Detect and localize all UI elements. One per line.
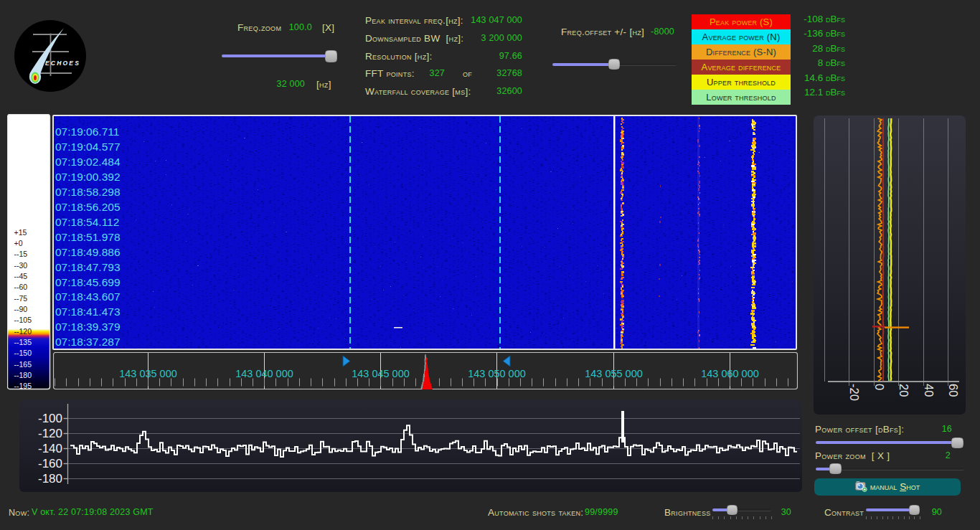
svg-text:07:18:56.205: 07:18:56.205 (55, 201, 121, 213)
svg-text:--165: --165 (14, 360, 32, 369)
svg-text:--120: --120 (14, 327, 32, 336)
svg-text:07:18:54.112: 07:18:54.112 (55, 216, 119, 228)
svg-text:143 060 000: 143 060 000 (701, 368, 759, 379)
svg-text:--180: --180 (14, 371, 32, 379)
svg-text:--105: --105 (14, 316, 32, 324)
svg-text:07:18:47.793: 07:18:47.793 (55, 261, 121, 273)
svg-text:ECHOES: ECHOES (45, 60, 80, 67)
svg-text:143 040 000: 143 040 000 (235, 368, 293, 379)
svg-text:--195: --195 (14, 382, 32, 390)
svg-text:+15: +15 (14, 228, 27, 237)
svg-text:+0: +0 (14, 239, 23, 247)
svg-text:07:18:49.886: 07:18:49.886 (55, 246, 121, 258)
svg-text:143 045 000: 143 045 000 (352, 368, 410, 379)
svg-text:143 035 000: 143 035 000 (119, 368, 177, 379)
svg-text:40: 40 (923, 384, 936, 397)
svg-text:07:18:51.978: 07:18:51.978 (55, 231, 121, 243)
svg-text:--135: --135 (14, 338, 32, 346)
svg-text:--75: --75 (14, 294, 28, 303)
svg-text:07:19:00.392: 07:19:00.392 (55, 171, 121, 183)
svg-text:-20: -20 (848, 384, 861, 401)
svg-text:-140: -140 (38, 442, 62, 455)
svg-text:0: 0 (873, 384, 886, 390)
svg-text:--90: --90 (14, 305, 28, 313)
svg-text:-120: -120 (38, 427, 62, 440)
svg-text:07:18:41.473: 07:18:41.473 (55, 306, 121, 318)
svg-text:-160: -160 (38, 457, 62, 470)
svg-text:60: 60 (947, 384, 960, 397)
svg-text:07:18:39.379: 07:18:39.379 (55, 321, 121, 333)
svg-text:--60: --60 (14, 283, 28, 291)
svg-text:07:19:06.711: 07:19:06.711 (55, 126, 119, 138)
svg-text:143 050 000: 143 050 000 (468, 368, 526, 379)
svg-text:--45: --45 (14, 272, 28, 280)
svg-text:--15: --15 (14, 250, 28, 258)
svg-text:07:18:58.298: 07:18:58.298 (55, 186, 121, 198)
svg-text:07:19:04.577: 07:19:04.577 (55, 141, 121, 153)
svg-text:--30: --30 (14, 261, 28, 270)
svg-text:07:18:43.607: 07:18:43.607 (55, 290, 121, 303)
svg-text:-180: -180 (38, 472, 62, 486)
svg-text:07:19:02.484: 07:19:02.484 (55, 156, 121, 168)
svg-text:07:18:45.699: 07:18:45.699 (55, 276, 121, 288)
svg-text:07:18:37.287: 07:18:37.287 (55, 336, 121, 348)
svg-text:--150: --150 (14, 349, 32, 357)
svg-text:-100: -100 (38, 412, 62, 425)
svg-text:143 055 000: 143 055 000 (585, 368, 643, 379)
svg-text:20: 20 (897, 384, 910, 397)
